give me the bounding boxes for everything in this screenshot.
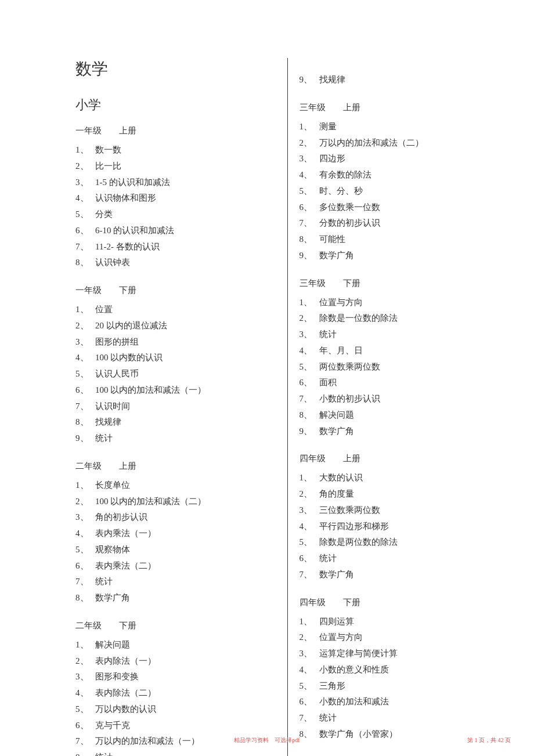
item-text: 认识人民币: [95, 366, 139, 382]
item-number: 2、: [300, 630, 319, 646]
item-text: 数学广角: [319, 424, 354, 440]
item-number: 6、: [300, 551, 319, 567]
footer-page-number: 第 1 页，共 42 页: [467, 736, 511, 744]
list-item: 5、除数是两位数的除法: [300, 534, 500, 551]
list-item: 9、找规律: [300, 72, 500, 88]
list-item: 7、统计: [300, 710, 500, 726]
item-text: 解决问题: [95, 637, 130, 653]
item-number: 5、: [300, 534, 319, 551]
item-number: 6、: [300, 375, 319, 391]
item-text: 统计: [95, 750, 113, 756]
item-text: 小数的加法和减法: [319, 694, 389, 710]
list-item: 8、找规律: [75, 414, 276, 431]
item-text: 数学广角: [319, 248, 354, 264]
list-item: 5、万以内数的认识: [75, 701, 276, 718]
item-text: 6-10 的认识和加减法: [95, 223, 174, 239]
item-number: 9、: [300, 248, 319, 264]
item-number: 3、: [300, 151, 319, 167]
item-text: 运算定律与简便计算: [319, 646, 398, 662]
list-item: 4、表内除法（二）: [75, 685, 276, 701]
list-item: 1、大数的认识: [300, 470, 500, 486]
item-number: 8、: [300, 231, 319, 248]
item-text: 认识物体和图形: [95, 190, 156, 207]
item-text: 数学广角: [95, 590, 130, 606]
item-text: 四边形: [319, 151, 345, 167]
item-text: 找规律: [319, 72, 345, 88]
item-text: 20 以内的退位减法: [95, 318, 167, 334]
item-number: 5、: [75, 366, 95, 382]
list-item: 1、数一数: [75, 142, 276, 158]
list-item: 8、解决问题: [300, 407, 500, 424]
item-text: 平行四边形和梯形: [319, 519, 389, 535]
item-text: 统计: [95, 431, 113, 447]
item-number: 2、: [300, 486, 319, 502]
item-number: 2、: [75, 494, 95, 510]
list-item: 4、小数的意义和性质: [300, 662, 500, 678]
list-item: 6、小数的加法和减法: [300, 694, 500, 710]
list-item: 2、万以内的加法和减法（二）: [300, 135, 500, 151]
item-text: 三位数乘两位数: [319, 502, 380, 519]
item-number: 7、: [75, 399, 95, 415]
item-number: 8、: [75, 590, 95, 606]
item-text: 角的度量: [319, 486, 354, 502]
item-number: 4、: [300, 519, 319, 535]
item-text: 多位数乘一位数: [319, 200, 380, 216]
list-item: 3、运算定律与简便计算: [300, 646, 500, 662]
list-item: 2、角的度量: [300, 486, 500, 502]
item-text: 有余数的除法: [319, 167, 371, 183]
list-item: 2、100 以内的加法和减法（二）: [75, 494, 276, 510]
item-text: 位置与方向: [319, 295, 363, 311]
list-item: 6、多位数乘一位数: [300, 200, 500, 216]
list-item: 4、100 以内数的认识: [75, 350, 276, 366]
item-text: 表内除法（二）: [95, 685, 156, 701]
item-text: 测量: [319, 119, 337, 135]
item-number: 1、: [75, 302, 95, 318]
list-item: 5、分类: [75, 207, 276, 223]
item-number: 6、: [300, 200, 319, 216]
item-text: 分类: [95, 207, 113, 223]
item-text: 大数的认识: [319, 470, 363, 486]
list-item: 1、四则运算: [300, 614, 500, 630]
list-item: 3、三位数乘两位数: [300, 502, 500, 519]
list-item: 5、观察物体: [75, 542, 276, 558]
item-text: 时、分、秒: [319, 183, 363, 200]
item-text: 1-5 的认识和加减法: [95, 175, 170, 191]
item-text: 认识钟表: [95, 255, 130, 271]
item-text: 解决问题: [319, 407, 354, 424]
item-text: 统计: [95, 574, 113, 590]
item-text: 三角形: [319, 678, 345, 694]
list-item: 4、表内乘法（一）: [75, 526, 276, 542]
list-item: 7、小数的初步认识: [300, 391, 500, 407]
list-item: 9、数学广角: [300, 248, 500, 264]
item-text: 找规律: [95, 414, 121, 431]
item-number: 1、: [300, 470, 319, 486]
item-number: 4、: [75, 685, 95, 701]
list-item: 1、解决问题: [75, 637, 276, 653]
item-text: 角的初步认识: [95, 509, 147, 526]
item-number: 2、: [75, 158, 95, 175]
list-item: 5、三角形: [300, 678, 500, 694]
item-number: 2、: [300, 135, 319, 151]
list-item: 7、分数的初步认识: [300, 215, 500, 231]
list-item: 6、100 以内的加法和减法（一）: [75, 382, 276, 399]
list-item: 7、数学广角: [300, 567, 500, 583]
item-text: 万以内的加法和减法（二）: [319, 135, 424, 151]
item-number: 4、: [75, 190, 95, 207]
item-text: 统计: [319, 551, 337, 567]
item-text: 小数的初步认识: [319, 391, 380, 407]
item-number: 6、: [75, 382, 95, 399]
list-item: 3、1-5 的认识和加减法: [75, 175, 276, 191]
item-number: 7、: [300, 567, 319, 583]
list-item: 4、年、月、日: [300, 343, 500, 359]
list-item: 6、统计: [300, 551, 500, 567]
item-text: 数学广角（小管家）: [319, 726, 398, 743]
section-header: 四年级 上册: [300, 453, 500, 464]
item-text: 分数的初步认识: [319, 215, 380, 231]
list-item: 7、统计: [75, 574, 276, 590]
item-number: 8、: [300, 407, 319, 424]
item-text: 可能性: [319, 231, 345, 248]
item-text: 位置与方向: [319, 630, 363, 646]
item-number: 7、: [75, 733, 95, 750]
list-item: 1、位置: [75, 302, 276, 318]
item-number: 3、: [75, 669, 95, 685]
